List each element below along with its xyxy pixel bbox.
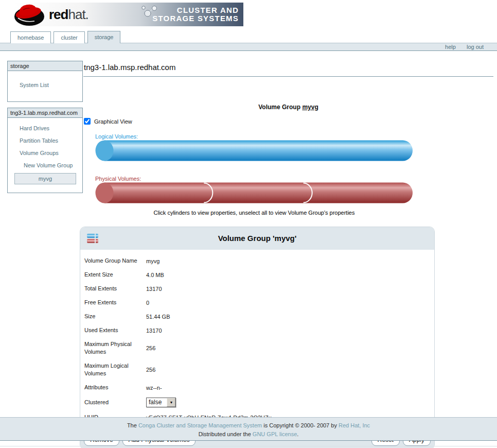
prop-label: Clustered bbox=[84, 399, 146, 406]
tab-storage[interactable]: storage bbox=[87, 31, 121, 43]
graphical-view-toggle[interactable]: Graphical View bbox=[84, 118, 493, 125]
physical-volumes-cylinder[interactable] bbox=[95, 182, 413, 203]
system-box-body: Hard DrivesPartition TablesVolume Groups… bbox=[8, 118, 82, 193]
sidebar: storage System List tng3-1.lab.msp.redha… bbox=[7, 61, 83, 199]
vg-heading-prefix: Volume Group bbox=[258, 104, 302, 111]
sidebar-item-system-list[interactable]: System List bbox=[8, 79, 82, 91]
footer-link-conga-cluster-and-storage-management-system[interactable]: Conga Cluster and Storage Management Sys… bbox=[138, 422, 262, 428]
vg-heading: Volume Group myvg bbox=[83, 104, 493, 111]
prop-row-used-extents: Used Extents13170 bbox=[80, 323, 434, 337]
vg-properties-panel: Volume Group 'myvg' Volume Group Namemyv… bbox=[80, 227, 435, 448]
chevron-down-icon[interactable]: ▼ bbox=[167, 398, 175, 407]
sidebar-item-new-volume-group[interactable]: New Volume Group bbox=[8, 159, 82, 171]
prop-label: Attributes bbox=[84, 384, 146, 391]
wordmark-hat: hat. bbox=[68, 7, 88, 22]
prop-value: 51.44 GB bbox=[146, 314, 434, 320]
prop-label: Extent Size bbox=[84, 271, 146, 279]
prop-row-volume-group-name: Volume Group Namemyvg bbox=[80, 254, 434, 268]
wordmark-red: red bbox=[49, 7, 68, 22]
footer-text: . bbox=[297, 431, 298, 437]
system-nav-box: tng3-1.lab.msp.redhat.com Hard DrivesPar… bbox=[7, 108, 83, 193]
prop-label: Maximum Logical Volumes bbox=[84, 362, 146, 377]
prop-row-maximum-logical-volumes: Maximum Logical Volumes256 bbox=[80, 359, 434, 381]
redhat-wordmark: redhat. bbox=[49, 7, 88, 23]
prop-value: myvg bbox=[146, 258, 434, 264]
system-box-items: Hard DrivesPartition TablesVolume Groups… bbox=[8, 122, 82, 171]
prop-label: Size bbox=[84, 313, 146, 320]
footer-text: Distributed under the bbox=[199, 431, 253, 437]
sidebar-item-volume-groups[interactable]: Volume Groups bbox=[8, 147, 82, 159]
tab-cluster[interactable]: cluster bbox=[54, 31, 84, 43]
panel-header: Volume Group 'myvg' bbox=[80, 227, 434, 250]
prop-value: 13170 bbox=[146, 286, 434, 292]
footer-license-line: Distributed under the GNU GPL license. bbox=[0, 430, 497, 439]
clustered-select[interactable]: false▼ bbox=[146, 398, 176, 407]
properties-table: Volume Group NamemyvgExtent Size4.0 MBTo… bbox=[80, 250, 434, 430]
sidebar-item-partition-tables[interactable]: Partition Tables bbox=[8, 134, 82, 147]
graphical-view-area: Logical Volumes: Physical Volumes: bbox=[95, 133, 413, 216]
prop-row-extent-size: Extent Size4.0 MB bbox=[80, 268, 434, 282]
prop-value: 0 bbox=[146, 300, 434, 306]
footer-link-red-hat-inc[interactable]: Red Hat, Inc bbox=[339, 422, 370, 428]
prop-label: Used Extents bbox=[84, 326, 146, 334]
logout-link[interactable]: log out bbox=[467, 44, 484, 50]
storage-box-title: storage bbox=[8, 61, 82, 71]
prop-label: Total Extents bbox=[84, 285, 146, 292]
footer-text: The bbox=[127, 422, 138, 428]
banner-line2: STORAGE SYSTEMS bbox=[152, 14, 239, 23]
footer-link-gnu-gpl-license[interactable]: GNU GPL license bbox=[253, 431, 297, 437]
prop-value: false▼ bbox=[146, 398, 434, 407]
volume-group-icon bbox=[87, 234, 98, 244]
storage-box-items: System List bbox=[8, 71, 82, 101]
prop-row-maximum-physical-volumes: Maximum Physical Volumes256 bbox=[80, 337, 434, 359]
prop-label: Maximum Physical Volumes bbox=[84, 340, 146, 356]
system-box-title: tng3-1.lab.msp.redhat.com bbox=[8, 108, 82, 118]
molecule-icon bbox=[141, 5, 157, 18]
storage-nav-box: storage System List bbox=[7, 61, 83, 102]
logical-disk-icon bbox=[87, 234, 98, 238]
prop-label: Volume Group Name bbox=[84, 257, 146, 265]
footer-text: is Copyright © 2000- 2007 by bbox=[262, 422, 339, 428]
sidebar-item-hard-drives[interactable]: Hard Drives bbox=[8, 122, 82, 134]
tab-bar: homebaseclusterstorage bbox=[10, 31, 123, 43]
session-bar: help log out bbox=[0, 43, 497, 51]
prop-label: Free Extents bbox=[84, 299, 146, 306]
sidebar-item-myvg-selected[interactable]: myvg bbox=[14, 173, 76, 184]
cylinder-caption: Click cylinders to view properties, unse… bbox=[95, 210, 413, 216]
tab-homebase[interactable]: homebase bbox=[10, 31, 51, 43]
prop-value: 256 bbox=[146, 345, 434, 351]
prop-row-size: Size51.44 GB bbox=[80, 309, 434, 323]
graphical-view-checkbox[interactable] bbox=[84, 118, 91, 125]
banner-title: CLUSTER AND STORAGE SYSTEMS bbox=[152, 6, 239, 23]
logical-volumes-label: Logical Volumes: bbox=[95, 133, 413, 140]
page-title: tng3-1.lab.msp.redhat.com bbox=[83, 61, 493, 77]
help-link[interactable]: help bbox=[445, 44, 456, 50]
redhat-banner: redhat. CLUSTER AND STORAGE SYSTEMS bbox=[13, 3, 243, 26]
select-value: false bbox=[147, 398, 167, 407]
prop-row-attributes: Attributeswz--n- bbox=[80, 381, 434, 394]
vg-heading-name: myvg bbox=[302, 104, 318, 111]
graphical-view-label: Graphical View bbox=[94, 118, 132, 125]
page-footer: The Conga Cluster and Storage Management… bbox=[0, 417, 497, 441]
prop-value: 13170 bbox=[146, 328, 434, 334]
prop-row-total-extents: Total Extents13170 bbox=[80, 282, 434, 296]
redhat-fedora-icon bbox=[13, 3, 46, 26]
banner-line1: CLUSTER AND bbox=[152, 6, 239, 14]
prop-value: 4.0 MB bbox=[146, 272, 434, 278]
main-content: tng3-1.lab.msp.redhat.com Volume Group m… bbox=[83, 61, 493, 448]
prop-value: wz--n- bbox=[146, 385, 434, 391]
prop-value: 256 bbox=[146, 367, 434, 373]
footer-copyright-line: The Conga Cluster and Storage Management… bbox=[0, 421, 497, 430]
prop-row-free-extents: Free Extents0 bbox=[80, 296, 434, 309]
logical-volumes-cylinder[interactable] bbox=[95, 140, 413, 161]
panel-title: Volume Group 'myvg' bbox=[80, 227, 434, 250]
physical-disk-icon bbox=[87, 239, 98, 243]
prop-row-clustered: Clusteredfalse▼ bbox=[80, 394, 434, 410]
bottom-divider bbox=[0, 446, 497, 446]
physical-volumes-label: Physical Volumes: bbox=[95, 176, 413, 182]
